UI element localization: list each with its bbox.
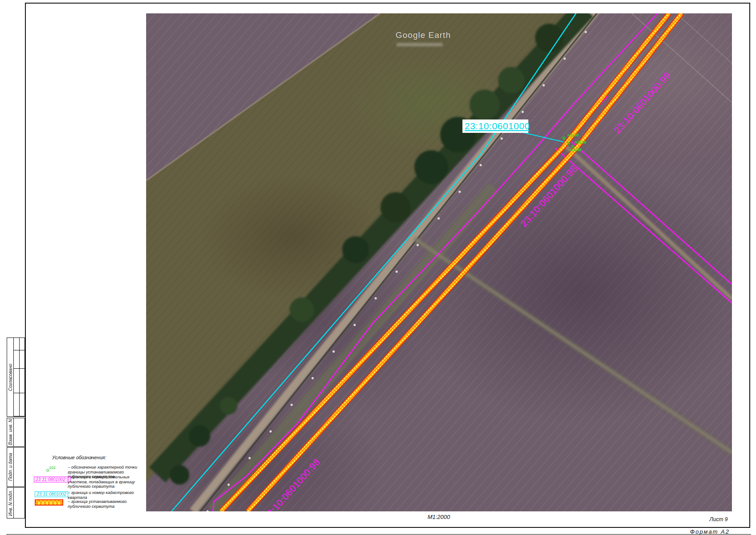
titleblock-inv-label: Инв. N подл. bbox=[8, 490, 13, 516]
legend-parcel-text: – граница и номера земельных участков, п… bbox=[68, 475, 143, 489]
legend-point-symbol: 101 bbox=[46, 465, 56, 473]
drawing-sheet: Согласовано Взам. инв. N Подп. и дата Ин… bbox=[0, 0, 756, 535]
parcel-boundary-main bbox=[213, 13, 658, 511]
quarter-label-leader bbox=[523, 132, 565, 142]
cadastral-layer bbox=[146, 13, 732, 511]
titleblock-podp: Подп. и дата bbox=[7, 447, 25, 487]
titleblock-vzam-labelcell: Взам. инв. N bbox=[7, 418, 14, 446]
titleblock-inv: Инв. N подл. bbox=[7, 487, 25, 519]
point-label: н1138 bbox=[570, 148, 581, 152]
parcel-code-sample: 23:31:0801002:9 bbox=[34, 477, 71, 482]
sheet-format: Формат А2 bbox=[690, 528, 730, 535]
map-scale: М1:2000 bbox=[414, 514, 463, 520]
legend-quarter-symbol: 23:31:0801002 bbox=[35, 490, 68, 498]
titleblock-approved-label: Согласовано bbox=[8, 364, 13, 391]
point-label: н1136 bbox=[575, 140, 586, 144]
titleblock-podp-label: Подп. и дата bbox=[8, 453, 13, 481]
google-earth-watermark: Google Earth bbox=[396, 30, 451, 40]
legend-servitude-symbol bbox=[35, 499, 63, 507]
legend-servitude-text: – граница устанавливаемого публичного се… bbox=[68, 499, 143, 509]
servitude-swatch-icon bbox=[35, 499, 63, 506]
titleblock-approved: Согласовано bbox=[7, 337, 25, 417]
quarter-boundary bbox=[172, 13, 576, 511]
legend-parcel-symbol: 23:31:0801002:9 bbox=[34, 475, 71, 483]
boundary-point bbox=[563, 137, 565, 140]
quarter-code-sample: 23:31:0801002 bbox=[35, 491, 68, 497]
titleblock-podp-labelcell: Подп. и дата bbox=[7, 448, 14, 486]
legend-title: Условные обозначения: bbox=[52, 455, 106, 460]
titleblock-vzam-label: Взам. инв. N bbox=[8, 419, 13, 445]
titleblock-vzam: Взам. инв. N bbox=[7, 418, 25, 447]
titleblock-inv-labelcell: Инв. N подл. bbox=[7, 488, 14, 518]
format-row: Формат А2 bbox=[6, 528, 751, 535]
titleblock-approved-labelcell: Согласовано bbox=[7, 338, 14, 416]
servitude-strip-2-casing bbox=[248, 13, 682, 511]
point-marker-number: 101 bbox=[49, 465, 56, 470]
quarter-number-text: 23:10:0601000 bbox=[465, 121, 530, 132]
titleblock-approved-grid bbox=[14, 338, 25, 416]
watermark-attribution-blur bbox=[396, 43, 443, 46]
servitude-strip-1-casing bbox=[221, 13, 669, 511]
point-label: н1135 bbox=[568, 133, 579, 137]
sheet-number: Лист 9 bbox=[699, 516, 739, 523]
legend-quarter-text: – граница и номер кадастрового квартала bbox=[68, 490, 143, 500]
satellite-map: Google Earth 23:10:0601000 23:10:0601000… bbox=[146, 13, 732, 511]
parcel-boundary-right-lower bbox=[555, 148, 732, 303]
quarter-number-label: 23:10:0601000 bbox=[462, 119, 528, 133]
